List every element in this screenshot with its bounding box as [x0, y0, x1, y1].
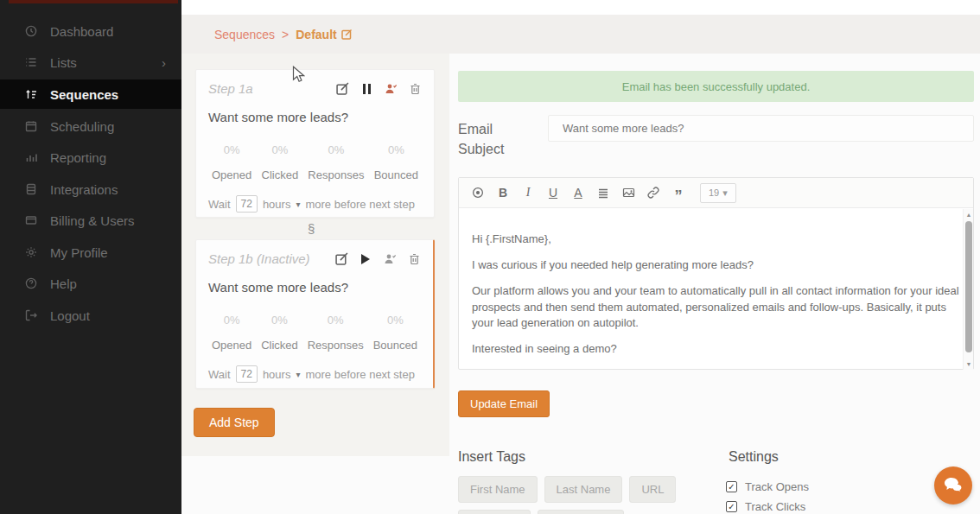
wait-setting: Wait 72 hours ▾ more before next step — [208, 365, 421, 383]
font-size-value: 19 — [709, 187, 719, 198]
email-editor-panel: Email has been successfully updated. Ema… — [458, 0, 974, 514]
insert-tags-list: First Name Last Name URL Company Unsubsc… — [458, 476, 709, 514]
sidebar-item-label: Sequences — [50, 87, 118, 102]
sidebar-item-label: Billing & Users — [50, 213, 135, 228]
reporting-icon — [24, 150, 38, 164]
edit-step-icon[interactable] — [335, 82, 349, 96]
wait-suffix: more before next step — [305, 198, 414, 211]
sidebar-item-label: Reporting — [50, 150, 106, 165]
chat-bubbles-icon — [943, 476, 964, 495]
stat-label: Clicked — [261, 339, 298, 352]
integrations-icon — [24, 182, 38, 196]
stat-value: 0% — [308, 314, 364, 327]
editor-toolbar: B I U A ” 19 ▾ — [459, 178, 973, 208]
breadcrumb-separator: > — [282, 28, 289, 41]
edit-step-icon[interactable] — [334, 252, 348, 266]
tag-first-name-button[interactable]: First Name — [458, 476, 538, 503]
sidebar-item-label: Logout — [50, 308, 90, 323]
update-email-button[interactable]: Update Email — [458, 390, 550, 417]
logout-icon — [24, 308, 38, 322]
step-card-1a: Step 1a Want some more leads? 0%Opened — [195, 69, 435, 218]
sidebar-item-label: My Profile — [50, 245, 108, 260]
sidebar-item-scheduling[interactable]: Scheduling — [0, 113, 181, 139]
scheduling-icon — [24, 119, 38, 133]
step-email-subject: Want some more leads? — [208, 110, 422, 124]
sidebar: Dashboard Lists › Sequences Scheduling — [0, 0, 181, 514]
circled-dot-icon[interactable] — [468, 182, 488, 203]
sidebar-item-help[interactable]: Help — [0, 270, 181, 296]
sequences-icon — [24, 87, 38, 101]
step-title: Step 1b (Inactive) — [208, 251, 310, 266]
email-subject-label-line2: Subject — [458, 139, 504, 159]
email-body-line: I was curious if you needed help generat… — [472, 257, 959, 274]
edit-sequence-name-icon[interactable] — [341, 29, 353, 40]
tag-company-button[interactable]: Company — [458, 510, 531, 514]
play-step-icon[interactable] — [359, 252, 372, 266]
email-body-line: Interested in seeing a demo? — [472, 341, 959, 358]
step-email-subject: Want some more leads? — [208, 280, 421, 295]
sidebar-item-dashboard[interactable]: Dashboard — [0, 18, 181, 44]
breadcrumb-sequences-link[interactable]: Sequences — [214, 28, 275, 41]
settings-options: ✓ Track Opens ✓ Track Clicks — [726, 480, 809, 514]
chat-widget-button[interactable] — [934, 466, 972, 504]
email-body-editor: B I U A ” 19 ▾ Hi {. — [458, 177, 974, 370]
app-window: Dashboard Lists › Sequences Scheduling — [0, 0, 980, 514]
chevron-down-icon[interactable]: ▾ — [296, 200, 300, 209]
track-opens-option[interactable]: ✓ Track Opens — [726, 480, 809, 493]
add-step-button[interactable]: Add Step — [194, 408, 275, 437]
sidebar-item-my-profile[interactable]: My Profile — [0, 239, 181, 265]
text-color-button[interactable]: A — [568, 182, 589, 203]
sidebar-item-logout[interactable]: Logout — [0, 302, 181, 328]
scroll-down-icon[interactable]: ▼ — [964, 361, 974, 367]
dashboard-icon — [24, 24, 38, 38]
image-icon[interactable] — [618, 182, 639, 203]
track-opens-checkbox[interactable]: ✓ — [726, 481, 737, 492]
wait-hours-input[interactable]: 72 — [236, 195, 258, 213]
stat-value: 0% — [262, 143, 299, 156]
chevron-down-icon[interactable]: ▾ — [296, 370, 300, 379]
stat-value: 0% — [308, 143, 364, 156]
delete-step-icon[interactable] — [408, 82, 422, 96]
bold-button[interactable]: B — [493, 182, 513, 203]
wait-unit-dropdown[interactable]: hours — [263, 198, 291, 211]
link-icon[interactable] — [643, 182, 664, 203]
sidebar-item-reporting[interactable]: Reporting — [0, 144, 181, 170]
sidebar-item-integrations[interactable]: Integrations — [0, 176, 181, 202]
delete-step-icon[interactable] — [407, 252, 421, 266]
underline-button[interactable]: U — [543, 182, 563, 203]
track-clicks-checkbox[interactable]: ✓ — [726, 501, 737, 512]
italic-button[interactable]: I — [518, 182, 538, 203]
send-test-email-icon[interactable] — [383, 252, 397, 266]
wait-hours-input[interactable]: 72 — [236, 365, 258, 383]
pause-step-icon[interactable] — [360, 82, 373, 96]
stat-value: 0% — [373, 314, 417, 327]
tag-url-button[interactable]: URL — [629, 476, 676, 503]
wait-setting: Wait 72 hours ▾ more before next step — [208, 195, 422, 213]
font-size-dropdown[interactable]: 19 ▾ — [700, 183, 736, 203]
scroll-up-icon[interactable]: ▲ — [964, 212, 974, 218]
settings-heading: Settings — [729, 449, 779, 465]
track-clicks-option[interactable]: ✓ Track Clicks — [726, 500, 809, 513]
success-banner: Email has been successfully updated. — [458, 71, 974, 102]
quote-button[interactable]: ” — [668, 182, 689, 203]
tag-unsubscribe-button[interactable]: Unsubscribe — [538, 510, 624, 514]
stat-value: 0% — [212, 143, 251, 156]
sidebar-item-label: Dashboard — [50, 24, 113, 39]
scrollbar-thumb[interactable] — [965, 221, 972, 352]
sidebar-item-billing-users[interactable]: Billing & Users — [0, 207, 181, 233]
track-clicks-label: Track Clicks — [745, 500, 805, 513]
email-subject-label-line1: Email — [458, 119, 504, 139]
email-body-text[interactable]: Hi {.FirstName}, I was curious if you ne… — [459, 209, 963, 369]
send-test-email-icon[interactable] — [384, 82, 398, 96]
sidebar-item-lists[interactable]: Lists › — [0, 49, 181, 75]
billing-icon — [24, 213, 38, 227]
email-subject-input[interactable] — [548, 115, 974, 142]
list-icon[interactable] — [593, 182, 614, 203]
editor-scrollbar[interactable]: ▲ ▼ — [963, 209, 973, 370]
help-icon — [24, 276, 38, 290]
stat-value: 0% — [261, 314, 298, 327]
sidebar-item-sequences[interactable]: Sequences — [0, 79, 181, 109]
wait-unit-dropdown[interactable]: hours — [263, 368, 291, 381]
gear-icon — [24, 245, 38, 259]
tag-last-name-button[interactable]: Last Name — [544, 476, 623, 503]
